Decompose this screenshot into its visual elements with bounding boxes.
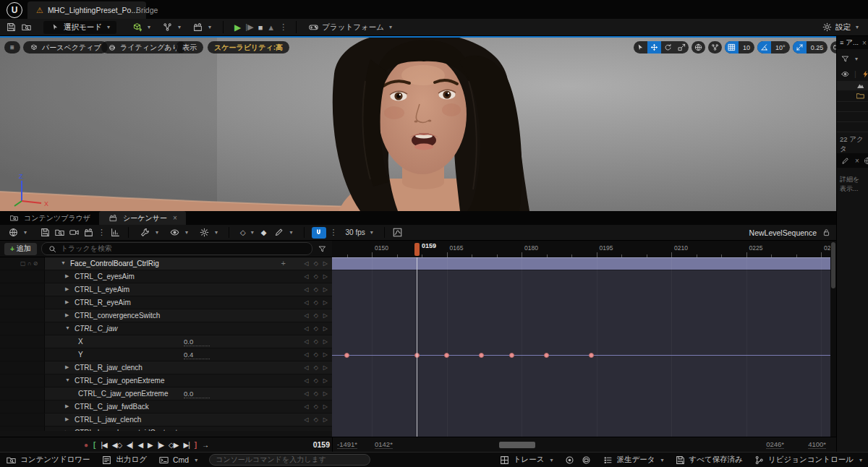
keyframe-145[interactable]	[344, 353, 349, 358]
fps-dropdown[interactable]: 30 fps	[342, 226, 377, 240]
derived-data-dropdown[interactable]: 派生データ	[603, 455, 664, 466]
track-row-CTRL_C_jaw_openExtreme[interactable]: ▼CTRL_C_jaw_openExtreme◁◇▷	[0, 374, 332, 387]
expander-open-icon[interactable]: ▼	[61, 260, 66, 265]
expander-closed-icon[interactable]: ▶	[65, 299, 69, 305]
visibility-eye-icon[interactable]	[840, 69, 851, 80]
record-button[interactable]: ●	[84, 441, 88, 449]
keyframe-options-dropdown[interactable]: ◇	[237, 226, 258, 240]
set-start-bracket-button[interactable]: [	[93, 441, 95, 449]
scalability-warning-pill[interactable]: スケーラビリティ:高	[208, 41, 289, 53]
save-icon[interactable]	[6, 22, 17, 33]
camera-speed-icon[interactable]	[830, 41, 836, 53]
select-tool-icon[interactable]	[634, 41, 647, 53]
play-reverse-button[interactable]: ◀	[137, 441, 142, 449]
expander-closed-icon[interactable]: ▶	[65, 416, 69, 422]
cinematics-dropdown[interactable]	[189, 20, 215, 35]
keyframe-nav-icons[interactable]: ◁◇▷	[305, 325, 328, 332]
world-settings-icon[interactable]	[862, 155, 868, 166]
tab-bridge[interactable]: Bridge	[127, 1, 166, 19]
current-frame-readout[interactable]: 0159	[302, 440, 330, 449]
track-row-Face_ControlBoard_CtrlRig[interactable]: ▢ ∩ ⊘▼Face_ControlBoard_CtrlRig+◁◇▷	[0, 257, 332, 270]
track-row-CTRL_C_jaw_openExtreme[interactable]: CTRL_C_jaw_openExtreme0.0◁◇▷	[0, 387, 332, 400]
show-flags-dropdown[interactable]: 表示	[176, 41, 203, 53]
playhead-marker[interactable]	[414, 243, 420, 256]
lightning-icon[interactable]	[860, 69, 868, 80]
world-space-icon[interactable]	[692, 41, 705, 53]
source-control-saved-button[interactable]: すべて保存済み	[675, 455, 743, 466]
unreal-logo-icon[interactable]: U	[7, 2, 22, 18]
view-mode-dropdown[interactable]: ライティングあり	[101, 41, 186, 53]
keyframe-nav-icons[interactable]: ◁◇▷	[305, 338, 328, 345]
track-search-input[interactable]: トラックを検索	[41, 242, 312, 255]
step-forward-button[interactable]: |▶	[158, 441, 163, 449]
content-drawer-button[interactable]: コンテンツドロワー	[6, 455, 90, 466]
keyframe-nav-icons[interactable]: ◁◇▷	[305, 286, 328, 293]
play-button[interactable]: ▶	[148, 441, 153, 449]
snap-options-menu[interactable]: ⋮	[330, 228, 339, 237]
outliner-row-level[interactable]	[837, 81, 868, 90]
timeline-ruler[interactable]: 0150016501800195021002250240	[332, 241, 830, 258]
trace-dropdown[interactable]: トレース	[499, 455, 553, 466]
keyframe-172[interactable]	[479, 353, 484, 358]
output-log-button[interactable]: 出力ログ	[101, 455, 147, 466]
track-row-CTRL_C_jaw[interactable]: ▼CTRL_C_jaw◁◇▷	[0, 322, 332, 335]
rotation-snap-value[interactable]: 10°	[771, 44, 790, 51]
actions-dropdown[interactable]	[136, 226, 162, 240]
save-sequence-icon[interactable]	[40, 227, 51, 238]
go-to-previous-key-button[interactable]: ◀◇	[112, 441, 122, 449]
settings-dropdown[interactable]: 設定	[818, 20, 862, 35]
browse-content-icon[interactable]	[21, 22, 32, 33]
go-to-end-button[interactable]: ▶|	[183, 441, 189, 449]
keyframe-nav-icons[interactable]: ◁◇▷	[305, 377, 328, 384]
lock-icon[interactable]	[821, 227, 832, 238]
track-row-CTRL_R_jaw_clench[interactable]: ▶CTRL_R_jaw_clench◁◇▷	[0, 361, 332, 374]
track-row-X[interactable]: X0.0◁◇▷	[0, 335, 332, 348]
timeline-horizontal-scrollbar[interactable]	[499, 442, 535, 448]
viewport-options-menu[interactable]: ≡	[4, 41, 20, 53]
rotation-snap-icon[interactable]	[757, 41, 771, 53]
track-row-CTRL_C_eyesAim[interactable]: ▶CTRL_C_eyesAim◁◇▷	[0, 270, 332, 283]
curve-editor-icon[interactable]	[392, 227, 403, 238]
keyframe-185[interactable]	[544, 353, 549, 358]
expander-closed-icon[interactable]: ▶	[65, 273, 69, 279]
expander-closed-icon[interactable]: ▶	[65, 286, 69, 292]
view-options-dropdown[interactable]	[166, 226, 192, 240]
view-range-end[interactable]: 0246*	[766, 440, 784, 449]
move-tool-icon[interactable]	[647, 41, 661, 53]
track-row-CTRL_L_eyeAim[interactable]: ▶CTRL_L_eyeAim◁◇▷	[0, 283, 332, 296]
expander-open-icon[interactable]: ▼	[65, 377, 70, 382]
insights-icon[interactable]	[564, 455, 575, 466]
track-row-CTRL_convergenceSwitch[interactable]: ▶CTRL_convergenceSwitch◁◇▷	[0, 309, 332, 322]
skip-frame-button[interactable]: |▶	[245, 22, 253, 32]
snap-toggle[interactable]	[312, 227, 326, 239]
world-dropdown[interactable]	[4, 226, 30, 240]
close-icon[interactable]: ×	[862, 39, 867, 47]
grid-snap-icon[interactable]	[725, 41, 739, 53]
go-to-next-key-button[interactable]: ◇▶	[169, 441, 178, 449]
keyframe-nav-icons[interactable]: ◁◇▷	[305, 260, 328, 267]
go-to-front-button[interactable]: |◀	[101, 441, 106, 449]
rotate-tool-icon[interactable]	[661, 41, 675, 53]
browse-sequence-icon[interactable]	[54, 227, 65, 238]
tab-content-browser[interactable]: コンテンツブラウザ	[0, 211, 99, 225]
keyframe-nav-icons[interactable]: ◁◇▷	[305, 299, 328, 306]
expander-open-icon[interactable]: ▼	[65, 325, 70, 330]
tab-sequencer[interactable]: シーケンサー ×	[99, 211, 186, 225]
track-value-field[interactable]: 0.0	[184, 390, 210, 398]
console-command-input[interactable]: コンソールコマンドを入力します	[209, 454, 370, 466]
timeline-area[interactable]: 0150016501800195021002250240 0159	[332, 241, 830, 437]
track-row-Y[interactable]: Y0.4◁◇▷	[0, 348, 332, 361]
keyframe-nav-icons[interactable]: ◁◇▷	[305, 351, 328, 358]
keyframe-nav-icons[interactable]: ◁◇▷	[305, 364, 328, 371]
keyframe-nav-icons[interactable]: ◁◇▷	[305, 403, 328, 410]
blueprints-dropdown[interactable]	[158, 20, 184, 35]
cmd-dropdown[interactable]: Cmd	[158, 455, 197, 466]
add-actor-dropdown[interactable]	[128, 20, 154, 35]
outliner-row-folder[interactable]	[837, 91, 868, 100]
camera-icon[interactable]	[69, 227, 80, 238]
close-icon[interactable]: ×	[173, 214, 177, 222]
actions-icon[interactable]	[110, 227, 121, 238]
render-movie-icon[interactable]	[83, 227, 94, 238]
outliner-tab[interactable]: ≡ ア... ×	[837, 36, 868, 49]
add-section-icon[interactable]: +	[281, 259, 286, 267]
